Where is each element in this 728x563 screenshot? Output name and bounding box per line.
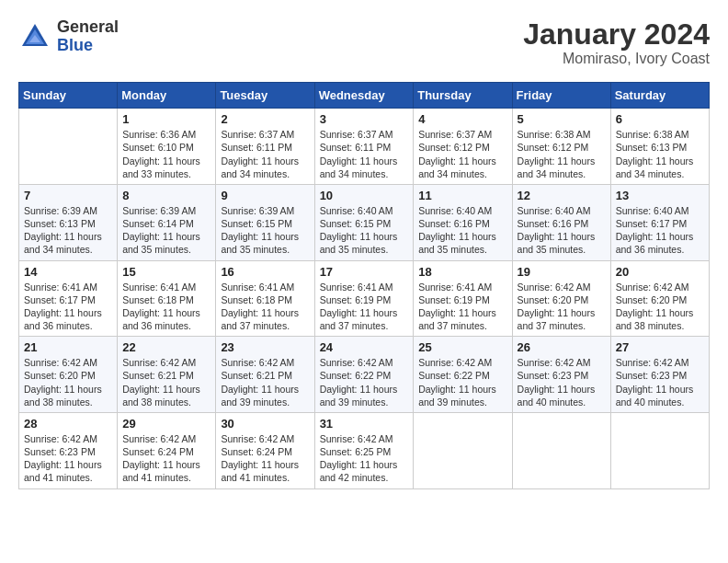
calendar-cell: 20Sunrise: 6:42 AM Sunset: 6:20 PM Dayli… bbox=[610, 260, 709, 337]
calendar-table: SundayMondayTuesdayWednesdayThursdayFrid… bbox=[18, 82, 710, 488]
calendar-cell: 31Sunrise: 6:42 AM Sunset: 6:25 PM Dayli… bbox=[314, 412, 414, 488]
day-number: 2 bbox=[221, 112, 309, 126]
day-number: 26 bbox=[518, 340, 606, 354]
header-day-sunday: Sunday bbox=[19, 83, 118, 109]
day-content: Sunrise: 6:37 AM Sunset: 6:11 PM Dayligh… bbox=[320, 128, 409, 180]
day-content: Sunrise: 6:41 AM Sunset: 6:19 PM Dayligh… bbox=[320, 281, 409, 333]
calendar-cell: 22Sunrise: 6:42 AM Sunset: 6:21 PM Dayli… bbox=[118, 337, 216, 413]
calendar-cell: 18Sunrise: 6:41 AM Sunset: 6:19 PM Dayli… bbox=[414, 260, 512, 337]
day-content: Sunrise: 6:42 AM Sunset: 6:24 PM Dayligh… bbox=[221, 432, 309, 485]
day-number: 27 bbox=[616, 340, 704, 354]
calendar-cell: 21Sunrise: 6:42 AM Sunset: 6:20 PM Dayli… bbox=[19, 337, 118, 413]
day-number: 21 bbox=[24, 340, 112, 354]
day-number: 6 bbox=[616, 112, 704, 126]
day-content: Sunrise: 6:42 AM Sunset: 6:24 PM Dayligh… bbox=[122, 432, 210, 485]
header-day-wednesday: Wednesday bbox=[314, 83, 414, 109]
header-day-friday: Friday bbox=[512, 83, 610, 109]
calendar-cell: 25Sunrise: 6:42 AM Sunset: 6:22 PM Dayli… bbox=[414, 337, 512, 413]
calendar-cell: 2Sunrise: 6:37 AM Sunset: 6:11 PM Daylig… bbox=[216, 109, 314, 185]
day-content: Sunrise: 6:36 AM Sunset: 6:10 PM Dayligh… bbox=[122, 128, 210, 180]
day-number: 30 bbox=[221, 417, 309, 431]
calendar-cell: 28Sunrise: 6:42 AM Sunset: 6:23 PM Dayli… bbox=[19, 412, 118, 488]
day-content: Sunrise: 6:42 AM Sunset: 6:23 PM Dayligh… bbox=[518, 356, 606, 408]
day-content: Sunrise: 6:37 AM Sunset: 6:11 PM Dayligh… bbox=[221, 128, 309, 180]
calendar-cell: 8Sunrise: 6:39 AM Sunset: 6:14 PM Daylig… bbox=[118, 184, 216, 260]
day-number: 22 bbox=[122, 340, 210, 354]
day-content: Sunrise: 6:42 AM Sunset: 6:20 PM Dayligh… bbox=[616, 281, 704, 333]
logo-general: General bbox=[57, 17, 119, 36]
calendar-cell: 23Sunrise: 6:42 AM Sunset: 6:21 PM Dayli… bbox=[216, 337, 314, 413]
calendar-cell: 3Sunrise: 6:37 AM Sunset: 6:11 PM Daylig… bbox=[314, 109, 414, 185]
title-block: January 2024 Momiraso, Ivory Coast bbox=[523, 18, 710, 67]
header-day-saturday: Saturday bbox=[610, 83, 709, 109]
calendar-cell bbox=[610, 412, 709, 488]
day-number: 18 bbox=[418, 265, 506, 279]
calendar-cell: 14Sunrise: 6:41 AM Sunset: 6:17 PM Dayli… bbox=[19, 260, 118, 337]
day-number: 12 bbox=[518, 189, 606, 202]
calendar-cell: 15Sunrise: 6:41 AM Sunset: 6:18 PM Dayli… bbox=[118, 260, 216, 337]
calendar-cell: 11Sunrise: 6:40 AM Sunset: 6:16 PM Dayli… bbox=[414, 184, 512, 260]
day-content: Sunrise: 6:41 AM Sunset: 6:19 PM Dayligh… bbox=[418, 281, 506, 333]
day-number: 24 bbox=[320, 340, 409, 354]
calendar-cell: 27Sunrise: 6:42 AM Sunset: 6:23 PM Dayli… bbox=[610, 337, 709, 413]
calendar-cell: 29Sunrise: 6:42 AM Sunset: 6:24 PM Dayli… bbox=[118, 412, 216, 488]
calendar-cell: 6Sunrise: 6:38 AM Sunset: 6:13 PM Daylig… bbox=[610, 109, 709, 185]
calendar-cell: 30Sunrise: 6:42 AM Sunset: 6:24 PM Dayli… bbox=[216, 412, 314, 488]
day-content: Sunrise: 6:40 AM Sunset: 6:17 PM Dayligh… bbox=[616, 204, 704, 257]
calendar-week-4: 21Sunrise: 6:42 AM Sunset: 6:20 PM Dayli… bbox=[19, 337, 710, 413]
logo-text: General Blue bbox=[57, 18, 119, 55]
day-number: 8 bbox=[122, 189, 210, 202]
calendar-cell bbox=[512, 412, 610, 488]
calendar-cell: 17Sunrise: 6:41 AM Sunset: 6:19 PM Dayli… bbox=[314, 260, 414, 337]
day-content: Sunrise: 6:41 AM Sunset: 6:17 PM Dayligh… bbox=[24, 281, 112, 333]
day-content: Sunrise: 6:42 AM Sunset: 6:21 PM Dayligh… bbox=[221, 356, 309, 408]
day-number: 17 bbox=[320, 265, 409, 279]
calendar-subtitle: Momiraso, Ivory Coast bbox=[523, 51, 710, 67]
day-number: 1 bbox=[122, 112, 210, 126]
day-content: Sunrise: 6:37 AM Sunset: 6:12 PM Dayligh… bbox=[418, 128, 506, 180]
calendar-title: January 2024 bbox=[523, 18, 710, 51]
day-content: Sunrise: 6:40 AM Sunset: 6:16 PM Dayligh… bbox=[518, 204, 606, 257]
day-content: Sunrise: 6:39 AM Sunset: 6:14 PM Dayligh… bbox=[122, 204, 210, 257]
calendar-cell: 12Sunrise: 6:40 AM Sunset: 6:16 PM Dayli… bbox=[512, 184, 610, 260]
day-number: 15 bbox=[122, 265, 210, 279]
day-content: Sunrise: 6:42 AM Sunset: 6:21 PM Dayligh… bbox=[122, 356, 210, 408]
day-content: Sunrise: 6:41 AM Sunset: 6:18 PM Dayligh… bbox=[221, 281, 309, 333]
day-content: Sunrise: 6:42 AM Sunset: 6:23 PM Dayligh… bbox=[24, 432, 112, 485]
day-content: Sunrise: 6:42 AM Sunset: 6:25 PM Dayligh… bbox=[320, 432, 409, 485]
day-number: 11 bbox=[418, 189, 506, 202]
logo-blue: Blue bbox=[57, 36, 93, 54]
day-content: Sunrise: 6:40 AM Sunset: 6:15 PM Dayligh… bbox=[320, 204, 409, 257]
day-number: 9 bbox=[221, 189, 309, 202]
calendar-week-2: 7Sunrise: 6:39 AM Sunset: 6:13 PM Daylig… bbox=[19, 184, 710, 260]
day-content: Sunrise: 6:42 AM Sunset: 6:20 PM Dayligh… bbox=[24, 356, 112, 408]
calendar-cell: 7Sunrise: 6:39 AM Sunset: 6:13 PM Daylig… bbox=[19, 184, 118, 260]
day-content: Sunrise: 6:38 AM Sunset: 6:13 PM Dayligh… bbox=[616, 128, 704, 180]
header-day-thursday: Thursday bbox=[414, 83, 512, 109]
day-number: 19 bbox=[518, 265, 606, 279]
page-header: General Blue January 2024 Momiraso, Ivor… bbox=[18, 18, 710, 67]
day-number: 14 bbox=[24, 265, 112, 279]
day-content: Sunrise: 6:41 AM Sunset: 6:18 PM Dayligh… bbox=[122, 281, 210, 333]
calendar-cell: 9Sunrise: 6:39 AM Sunset: 6:15 PM Daylig… bbox=[216, 184, 314, 260]
calendar-week-5: 28Sunrise: 6:42 AM Sunset: 6:23 PM Dayli… bbox=[19, 412, 710, 488]
calendar-cell: 26Sunrise: 6:42 AM Sunset: 6:23 PM Dayli… bbox=[512, 337, 610, 413]
header-day-monday: Monday bbox=[118, 83, 216, 109]
day-content: Sunrise: 6:42 AM Sunset: 6:23 PM Dayligh… bbox=[616, 356, 704, 408]
day-content: Sunrise: 6:39 AM Sunset: 6:15 PM Dayligh… bbox=[221, 204, 309, 257]
calendar-cell bbox=[414, 412, 512, 488]
day-number: 31 bbox=[320, 417, 409, 431]
day-number: 29 bbox=[122, 417, 210, 431]
calendar-cell: 16Sunrise: 6:41 AM Sunset: 6:18 PM Dayli… bbox=[216, 260, 314, 337]
calendar-cell: 24Sunrise: 6:42 AM Sunset: 6:22 PM Dayli… bbox=[314, 337, 414, 413]
calendar-week-1: 1Sunrise: 6:36 AM Sunset: 6:10 PM Daylig… bbox=[19, 109, 710, 185]
calendar-cell bbox=[19, 109, 118, 185]
logo-icon bbox=[18, 20, 51, 53]
calendar-cell: 4Sunrise: 6:37 AM Sunset: 6:12 PM Daylig… bbox=[414, 109, 512, 185]
day-content: Sunrise: 6:38 AM Sunset: 6:12 PM Dayligh… bbox=[518, 128, 606, 180]
calendar-cell: 13Sunrise: 6:40 AM Sunset: 6:17 PM Dayli… bbox=[610, 184, 709, 260]
calendar-cell: 5Sunrise: 6:38 AM Sunset: 6:12 PM Daylig… bbox=[512, 109, 610, 185]
calendar-header: SundayMondayTuesdayWednesdayThursdayFrid… bbox=[19, 83, 710, 109]
day-number: 10 bbox=[320, 189, 409, 202]
day-content: Sunrise: 6:42 AM Sunset: 6:20 PM Dayligh… bbox=[518, 281, 606, 333]
